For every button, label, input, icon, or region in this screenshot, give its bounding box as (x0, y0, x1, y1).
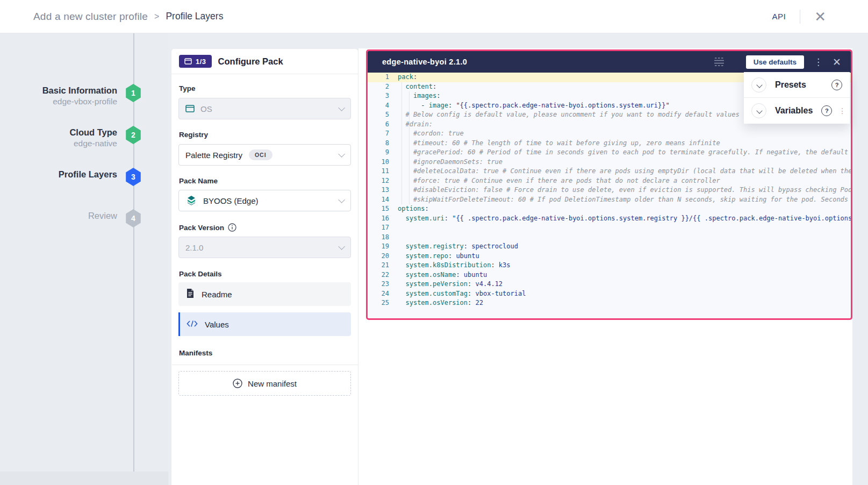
diff-view-icon[interactable] (714, 58, 724, 66)
line-number: 12 (368, 176, 389, 186)
add-cluster-profile-modal: Add a new cluster profile > Profile Laye… (0, 0, 868, 485)
line-number: 10 (368, 158, 389, 167)
pack-detail-values[interactable]: Values (178, 312, 351, 336)
code-line: 17 (368, 223, 851, 233)
code-line: 15options: (368, 204, 851, 214)
configure-pack-panel: 1/3 Configure Pack Type OS Registry Pale… (171, 48, 358, 485)
readme-doc-icon (186, 288, 195, 300)
chevron-down-icon (338, 243, 345, 250)
chevron-down-icon (338, 196, 345, 203)
code-line: 25 system.osVersion: 22 (368, 298, 851, 308)
line-number: 2 (368, 82, 389, 92)
line-number: 5 (368, 110, 389, 120)
line-number: 11 (368, 167, 389, 176)
line-number: 15 (368, 204, 389, 214)
code-line: 18 (368, 233, 851, 242)
line-number: 6 (368, 120, 389, 130)
code-line: 11 #deleteLocalData: true # Continue eve… (368, 167, 851, 176)
pack-name-select[interactable]: BYOOS (Edge) (178, 190, 351, 211)
step-subtitle: edge-vbox-profile (10, 96, 117, 108)
pack-detail-readme[interactable]: Readme (178, 282, 351, 306)
pack-version-select[interactable]: 2.1.0 (178, 237, 351, 258)
side-panel-row-variables[interactable]: Variables ? ⋮ (744, 98, 850, 124)
line-number: 24 (368, 289, 389, 299)
help-icon[interactable]: ? (831, 80, 842, 90)
chevron-down-circle-icon[interactable] (751, 103, 766, 118)
line-number: 14 (368, 195, 389, 205)
code-line: 19 system.registry: spectrocloud (368, 242, 851, 252)
code-line: 9 #gracePeriod: 60 # Period of time in s… (368, 148, 851, 158)
line-number: 20 (368, 252, 389, 261)
step-number-hexagon: 1 (125, 84, 141, 102)
code-line: 23 system.peVersion: v4.4.12 (368, 280, 851, 289)
wizard-stepper: Basic Information edge-vbox-profile 1 Cl… (0, 33, 168, 485)
pack-step-badge: 1/3 (179, 55, 212, 68)
side-panel-label: Variables (775, 106, 813, 116)
code-line: 21 system.k8sDistribution: k3s (368, 261, 851, 270)
line-number: 4 (368, 101, 389, 111)
code-line: 13 #disableEviction: false # Force drain… (368, 186, 851, 195)
code-line: 10 #ignoreDaemonSets: true (368, 158, 851, 167)
code-line: 24 system.customTag: vbox-tutorial (368, 289, 851, 299)
code-line: 8 #timeout: 60 # The length of time to w… (368, 139, 851, 148)
code-line: 20 system.repo: ubuntu (368, 252, 851, 261)
registry-value: Palette Registry (185, 151, 242, 160)
step-number-hexagon: 3 (125, 168, 141, 186)
breadcrumb-separator: > (154, 12, 159, 22)
line-number: 9 (368, 148, 389, 158)
byoos-pack-icon (185, 195, 197, 206)
line-number: 25 (368, 298, 389, 308)
breadcrumb-parent-link[interactable]: Add a new cluster profile (33, 11, 148, 23)
presets-variables-panel: Presets ? ⋮ Variables ? ⋮ (744, 72, 850, 124)
line-number: 18 (368, 233, 389, 242)
manifests-divider (172, 365, 358, 365)
step-subtitle: edge-native (10, 138, 117, 149)
api-link[interactable]: API (772, 12, 786, 21)
chevron-down-circle-icon[interactable] (751, 77, 766, 92)
help-icon[interactable]: ? (821, 105, 832, 116)
editor-close-icon[interactable]: ✕ (833, 57, 841, 67)
type-select[interactable]: OS (178, 98, 351, 119)
chevron-down-icon (338, 104, 345, 111)
code-line: 7 #cordon: true (368, 129, 851, 139)
stepper-bottom-strip (0, 472, 168, 485)
editor-header: edge-native-byoi 2.1.0 Use defaults ⋮ ✕ (368, 51, 851, 73)
new-manifest-button[interactable]: New manifest (178, 371, 351, 396)
pack-details-label: Pack Details (179, 270, 222, 278)
header-divider (800, 10, 800, 24)
pack-name-value: BYOOS (Edge) (203, 196, 259, 205)
line-number: 23 (368, 280, 389, 289)
side-panel-row-presets[interactable]: Presets ? ⋮ (744, 72, 850, 98)
editor-pack-title: edge-native-byoi 2.1.0 (382, 58, 467, 66)
pack-name-label: Pack Name (179, 177, 218, 185)
plus-circle-icon (233, 379, 242, 388)
line-number: 21 (368, 261, 389, 270)
configure-pack-header: 1/3 Configure Pack (171, 49, 358, 74)
editor-kebab-menu-icon[interactable]: ⋮ (814, 58, 823, 67)
step-title: Review (10, 210, 117, 221)
manifests-label: Manifests (179, 349, 212, 357)
pack-detail-label: Values (205, 320, 229, 329)
registry-select[interactable]: Palette Registry OCI (178, 144, 351, 166)
modal-close-icon[interactable]: ✕ (814, 10, 826, 24)
info-icon[interactable] (228, 223, 236, 232)
code-line: 14 #skipWaitForDeleteTimeout: 60 # If po… (368, 195, 851, 205)
layers-badge-icon (184, 58, 192, 65)
line-number: 7 (368, 129, 389, 139)
line-number: 13 (368, 186, 389, 195)
line-number: 16 (368, 214, 389, 224)
code-line: 12 #force: true # Continue even if there… (368, 176, 851, 186)
line-number: 8 (368, 139, 389, 148)
breadcrumb: Add a new cluster profile > Profile Laye… (33, 11, 223, 23)
use-defaults-button[interactable]: Use defaults (746, 55, 804, 69)
os-type-icon (185, 105, 195, 112)
type-value: OS (200, 104, 212, 113)
pack-version-value: 2.1.0 (185, 243, 203, 252)
pack-detail-label: Readme (202, 290, 232, 299)
pack-version-label: Pack Version (179, 223, 236, 232)
step-title: Profile Layers (10, 169, 117, 180)
oci-badge: OCI (249, 149, 272, 160)
configure-pack-title: Configure Pack (218, 56, 283, 67)
modal-header: Add a new cluster profile > Profile Laye… (0, 0, 868, 33)
kebab-menu-icon[interactable]: ⋮ (838, 109, 846, 113)
